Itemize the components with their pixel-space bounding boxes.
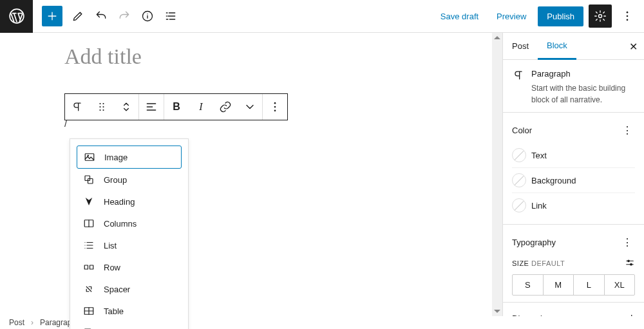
svg-point-4 [627, 15, 629, 17]
swatch-icon [512, 173, 526, 187]
dimensions-panel-header[interactable]: Dimensions + [503, 303, 644, 316]
tab-block[interactable]: Block [538, 33, 576, 60]
inserter-option-image[interactable]: Image [77, 146, 182, 169]
breadcrumb-post[interactable]: Post [9, 318, 24, 327]
inserter-option-comments[interactable]: Comments [77, 322, 182, 329]
preview-button[interactable]: Preview [490, 8, 533, 25]
color-label: Text [531, 151, 547, 160]
save-draft-button[interactable]: Save draft [434, 8, 485, 25]
table-icon [83, 305, 95, 317]
background-color-button[interactable]: Background [512, 168, 635, 193]
svg-point-11 [102, 109, 104, 111]
svg-point-5 [627, 19, 629, 21]
block-name-label: Paragraph [531, 69, 635, 79]
svg-point-10 [99, 109, 100, 111]
info-button[interactable] [137, 6, 158, 26]
inserter-label: List [104, 241, 117, 250]
inserter-option-table[interactable]: Table [77, 300, 182, 322]
link-button[interactable] [213, 95, 238, 119]
svg-point-13 [274, 106, 276, 108]
post-title-input[interactable]: Add title [64, 44, 492, 69]
more-text-options-button[interactable] [238, 95, 262, 119]
undo-button[interactable] [91, 6, 111, 26]
svg-rect-17 [85, 176, 90, 181]
paragraph-block-icon[interactable] [65, 95, 90, 119]
block-toolbar: B I [64, 93, 288, 120]
settings-sidebar: Post Block ✕ Paragraph Start with the ba… [502, 33, 644, 316]
color-label: Background [531, 176, 576, 185]
row-icon [83, 261, 95, 274]
custom-size-button[interactable] [625, 258, 635, 269]
svg-point-3 [627, 12, 629, 14]
outline-button[interactable] [160, 6, 181, 26]
top-toolbar: Save draft Preview Publish [0, 0, 644, 33]
inserter-option-columns[interactable]: Columns [77, 212, 182, 234]
size-label: SIZE [512, 259, 529, 267]
inserter-label: Table [104, 306, 124, 316]
svg-rect-15 [85, 154, 94, 161]
svg-point-8 [99, 106, 100, 108]
svg-point-2 [599, 15, 602, 18]
inserter-option-spacer[interactable]: Spacer [77, 278, 182, 300]
redo-button[interactable] [114, 6, 135, 26]
panel-title-color: Color [512, 126, 532, 135]
image-icon [84, 151, 95, 164]
add-block-button[interactable] [42, 6, 62, 26]
text-color-button[interactable]: Text [512, 143, 635, 168]
typography-panel-options-button[interactable]: ⋮ [620, 234, 635, 251]
list-icon [83, 239, 95, 252]
spacer-icon [83, 283, 95, 296]
block-description-text: Start with the basic building block of a… [531, 82, 635, 106]
drag-handle-icon[interactable] [90, 95, 114, 119]
size-xl-button[interactable]: XL [605, 275, 635, 295]
link-color-button[interactable]: Link [512, 193, 635, 218]
svg-point-26 [630, 263, 632, 265]
move-up-down-button[interactable] [114, 95, 138, 119]
svg-rect-18 [88, 179, 93, 184]
align-button[interactable] [139, 95, 164, 119]
group-icon [83, 173, 95, 186]
block-inserter-popover: Image Group Heading Columns List Row [70, 138, 189, 329]
block-description-panel: Paragraph Start with the basic building … [503, 60, 644, 113]
wordpress-logo[interactable] [0, 0, 33, 33]
block-more-button[interactable] [263, 95, 287, 119]
publish-button[interactable]: Publish [538, 6, 583, 26]
more-options-button[interactable] [617, 6, 638, 26]
inserter-option-group[interactable]: Group [77, 169, 182, 191]
swatch-icon [512, 198, 526, 212]
svg-point-14 [274, 110, 276, 112]
chevron-right-icon: › [31, 318, 33, 327]
inserter-option-heading[interactable]: Heading [77, 191, 182, 212]
svg-point-9 [102, 106, 104, 108]
bold-button[interactable]: B [164, 95, 189, 119]
close-sidebar-button[interactable]: ✕ [629, 41, 638, 53]
vertical-scrollbar[interactable] [492, 33, 502, 316]
svg-point-16 [88, 155, 89, 156]
editor-canvas[interactable]: Add title / B I [0, 33, 492, 316]
size-l-button[interactable]: L [574, 275, 605, 295]
inserter-label: Spacer [104, 285, 130, 294]
dimensions-label: Dimensions [512, 314, 556, 316]
settings-button[interactable] [589, 5, 612, 28]
size-m-button[interactable]: M [544, 275, 574, 295]
inserter-label: Group [104, 175, 127, 185]
size-s-button[interactable]: S [513, 275, 544, 295]
svg-point-25 [628, 260, 630, 262]
inserter-option-row[interactable]: Row [77, 256, 182, 278]
font-size-buttons: S M L XL [512, 274, 635, 296]
italic-button[interactable]: I [189, 95, 213, 119]
color-label: Link [531, 201, 547, 211]
edit-mode-button[interactable] [68, 6, 88, 26]
inserter-option-list[interactable]: List [77, 234, 182, 256]
add-dimension-button[interactable]: + [628, 312, 635, 316]
heading-icon [83, 195, 95, 208]
size-default-label: DEFAULT [531, 259, 565, 267]
panel-title-typography: Typography [512, 238, 556, 247]
swatch-icon [512, 148, 526, 162]
paragraph-icon [512, 69, 525, 84]
tab-post[interactable]: Post [503, 33, 538, 60]
svg-point-6 [99, 103, 100, 104]
svg-rect-21 [90, 265, 93, 269]
color-panel-options-button[interactable]: ⋮ [620, 122, 635, 139]
columns-icon [83, 217, 95, 230]
